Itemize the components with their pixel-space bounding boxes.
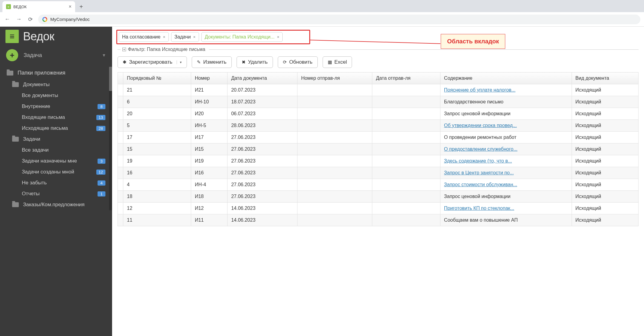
url-text: MyCompany/Vedoc — [50, 17, 90, 22]
address-bar[interactable]: MyCompany/Vedoc — [38, 15, 640, 24]
callout-label: Область вкладок — [441, 34, 505, 49]
count-badge: 3 — [98, 159, 105, 164]
new-tab-button[interactable]: + — [77, 2, 85, 11]
new-task-button[interactable]: + Задача ▼ — [0, 47, 112, 67]
table-cell — [118, 191, 123, 203]
sidebar-item[interactable]: Не забыть4 — [0, 177, 112, 188]
close-icon[interactable]: × — [163, 35, 165, 39]
sidebar-group-header[interactable]: Задачи — [0, 134, 112, 145]
sidebar-item[interactable]: Отчеты1 — [0, 188, 112, 199]
app-tab[interactable]: Документы: Папка Исходящи...× — [201, 32, 283, 42]
close-icon[interactable]: × — [193, 35, 196, 39]
sidebar-item[interactable]: Все документы — [0, 90, 112, 101]
filter-label: Фильтр: Папка Исходящие письма — [128, 47, 205, 52]
table-row[interactable]: 19И1927.06.2023Здесь содержание (то, что… — [118, 155, 639, 167]
table-cell — [372, 214, 440, 226]
refresh-icon: ⟳ — [283, 59, 287, 65]
content-link[interactable]: Об утверждении срока провед... — [444, 123, 517, 128]
column-header[interactable]: Дата отправ-ля — [372, 72, 440, 84]
table-cell: 6 — [123, 96, 191, 108]
sidebar-item[interactable]: Исходящие письма28 — [0, 123, 112, 134]
sidebar-app-folders[interactable]: Папки приложения — [0, 67, 112, 79]
column-header[interactable]: Дата документа — [227, 72, 297, 84]
forward-button[interactable]: → — [15, 16, 22, 23]
svg-line-0 — [310, 40, 440, 44]
table-row[interactable]: 4ИН-427.06.2023Запрос стоимости обслужив… — [118, 179, 639, 191]
table-cell: Исходящий — [572, 108, 638, 120]
table-row[interactable]: 20И2006.07.2023Запрос ценовой информации… — [118, 108, 639, 120]
table-cell — [372, 132, 440, 143]
table-cell: 27.06.2023 — [227, 191, 297, 203]
content-link[interactable]: Запрос в Центр занятости по... — [444, 170, 514, 175]
back-button[interactable]: ← — [4, 16, 11, 23]
logo-text: Ведок — [23, 30, 54, 43]
sidebar-item[interactable]: Входящие письма13 — [0, 112, 112, 123]
data-grid[interactable]: Порядковый №НомерДата документаНомер отп… — [112, 72, 644, 336]
table-cell: Запрос стоимости обслуживан... — [440, 179, 572, 191]
sidebar-item-label: Задачи созданы мной — [22, 169, 74, 175]
sidebar-scroll-thumb[interactable] — [109, 67, 112, 91]
app-tab[interactable]: Задачи× — [171, 32, 199, 42]
table-cell — [372, 155, 440, 167]
table-cell: 06.07.2023 — [227, 108, 297, 120]
table-row[interactable]: 18И1827.06.2023Запрос ценовой информации… — [118, 191, 639, 203]
reload-button[interactable]: ⟳ — [27, 16, 34, 23]
close-icon[interactable]: × — [277, 35, 279, 39]
browser-toolbar: ← → ⟳ MyCompany/Vedoc — [0, 12, 644, 27]
expand-filter-button[interactable]: + — [122, 48, 126, 51]
content-link[interactable]: Запрос стоимости обслуживан... — [444, 182, 517, 187]
logo-icon: ≡ — [5, 30, 19, 43]
table-cell — [372, 191, 440, 203]
table-cell — [297, 191, 372, 203]
content-link[interactable]: Пояснение об уплате налогов... — [444, 87, 516, 92]
sidebar-item[interactable]: Задачи созданы мной12 — [0, 166, 112, 177]
table-row[interactable]: 12И1214.06.2023Приготовить КП по стеклоп… — [118, 203, 639, 214]
browser-tab[interactable]: ≡ ВЕДОК × — [2, 1, 75, 12]
content-link[interactable]: О предоставлении служебного... — [444, 146, 517, 152]
sidebar-group-header[interactable]: Документы — [0, 79, 112, 90]
table-cell: Исходящий — [572, 179, 638, 191]
column-header[interactable]: Номер отправ-ля — [297, 72, 372, 84]
edit-button[interactable]: ✎Изменить — [192, 56, 232, 68]
sidebar-item-label: Входящие письма — [22, 114, 65, 120]
row-selector-header — [118, 72, 123, 84]
table-cell: 14.06.2023 — [227, 203, 297, 214]
table-cell — [297, 132, 372, 143]
table-cell: Исходящий — [572, 132, 638, 143]
sidebar-group-header[interactable]: Заказы/Ком.предложения — [0, 199, 112, 210]
app-tab[interactable]: На согласование× — [119, 32, 169, 42]
table-row[interactable]: 5ИН-528.06.2023Об утверждении срока пров… — [118, 120, 639, 132]
table-row[interactable]: 11И1114.06.2023Сообщаем вам о повышение … — [118, 214, 639, 226]
edit-label: Изменить — [203, 59, 227, 65]
excel-label: Excel — [334, 59, 347, 65]
table-cell — [297, 96, 372, 108]
content-link[interactable]: Здесь содержание (то, что в... — [444, 158, 512, 163]
count-badge: 1 — [98, 191, 105, 197]
table-cell: 20.07.2023 — [227, 84, 297, 96]
table-row[interactable]: 17И1727.06.2023О проведении ремонтных ра… — [118, 132, 639, 143]
register-button[interactable]: ✱Зарегистрировать — [118, 56, 187, 68]
refresh-button[interactable]: ⟳Обновить — [278, 56, 318, 68]
pencil-icon: ✎ — [197, 59, 201, 65]
table-cell — [297, 108, 372, 120]
close-tab-icon[interactable]: × — [69, 4, 71, 9]
content-link[interactable]: Приготовить КП по стеклопак... — [444, 206, 514, 211]
column-header[interactable]: Содержание — [440, 72, 572, 84]
table-row[interactable]: 21И2120.07.2023Пояснение об уплате налог… — [118, 84, 639, 96]
table-row[interactable]: 16И1627.06.2023Запрос в Центр занятости … — [118, 167, 639, 179]
table-row[interactable]: 6ИН-1018.07.2023Благодарственное письмоИ… — [118, 96, 639, 108]
table-row[interactable]: 15И1527.06.2023О предоставлении служебно… — [118, 143, 639, 155]
sidebar-item[interactable]: Внутренние8 — [0, 101, 112, 112]
table-cell — [118, 214, 123, 226]
column-header[interactable]: Вид документа — [572, 72, 638, 84]
sidebar-item[interactable]: Все задачи — [0, 145, 112, 156]
sidebar-item[interactable]: Задачи назначены мне3 — [0, 156, 112, 166]
column-header[interactable]: Порядковый № — [123, 72, 191, 84]
table-cell: 16 — [123, 167, 191, 179]
table-cell: Запрос ценовой информации — [440, 191, 572, 203]
excel-button[interactable]: ▦Excel — [323, 56, 352, 68]
sidebar-scrollbar[interactable] — [109, 67, 112, 210]
table-cell: 27.06.2023 — [227, 179, 297, 191]
column-header[interactable]: Номер — [191, 72, 227, 84]
delete-button[interactable]: ✖Удалить — [237, 56, 273, 68]
